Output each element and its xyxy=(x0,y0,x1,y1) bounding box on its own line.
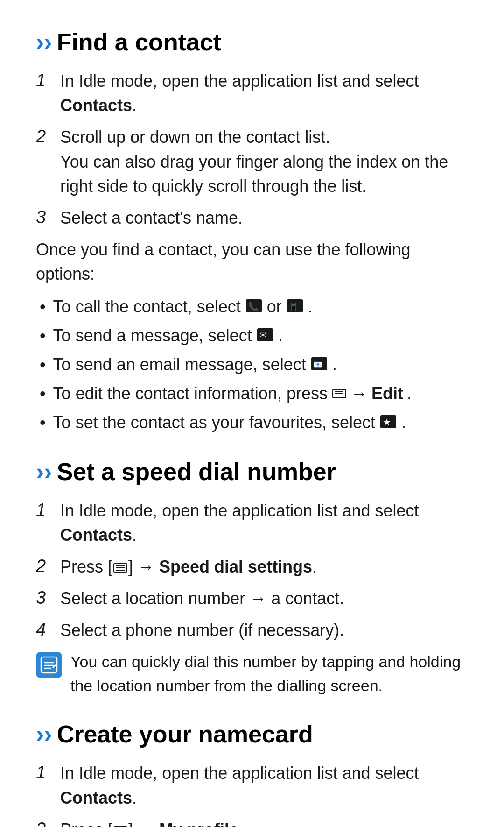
section-speed-dial: ›› Set a speed dial number 1 In Idle mod… xyxy=(36,458,468,698)
step-text-3-2: Press [] → My profile. xyxy=(60,818,468,827)
step-text-1-3: Select a contact's name. xyxy=(60,206,468,230)
section-title-text-2: Set a speed dial number xyxy=(57,458,336,486)
message-icon: ✉ xyxy=(257,323,273,348)
step-text-2-1: In Idle mode, open the application list … xyxy=(60,499,468,547)
section-title-text-1: Find a contact xyxy=(57,28,221,56)
star-icon: ★ xyxy=(380,410,396,435)
bullet-item-call: To call the contact, select 📞 or 📱 . xyxy=(40,294,468,319)
step-number-1-2: 2 xyxy=(36,125,60,148)
step-text-1-1: In Idle mode, open the application list … xyxy=(60,69,468,118)
note-box-speed-dial: You can quickly dial this number by tapp… xyxy=(36,650,468,698)
section-title-namecard: ›› Create your namecard xyxy=(36,720,468,748)
phone2-icon: 📱 xyxy=(287,294,303,319)
step-number-3-1: 1 xyxy=(36,761,60,784)
chevron-icon-3: ›› xyxy=(36,720,52,748)
step-text-2-2: Press [] → Speed dial settings. xyxy=(60,555,468,579)
section-title-speed-dial: ›› Set a speed dial number xyxy=(36,458,468,486)
step-text-2-4: Select a phone number (if necessary). xyxy=(60,618,468,643)
email-icon: 📧 xyxy=(311,352,327,377)
step-1-3: 3 Select a contact's name. xyxy=(36,206,468,230)
phone-icon: 📞 xyxy=(246,294,262,319)
svg-text:📱: 📱 xyxy=(289,302,298,311)
section-title-find-contact: ›› Find a contact xyxy=(36,28,468,56)
bullet-list-find-contact: To call the contact, select 📞 or 📱 . To … xyxy=(40,294,468,435)
note-pencil-svg xyxy=(40,656,58,674)
section-create-namecard: ›› Create your namecard 1 In Idle mode, … xyxy=(36,720,468,827)
bullet-item-message: To send a message, select ✉ . xyxy=(40,323,468,348)
note-text-speed-dial: You can quickly dial this number by tapp… xyxy=(70,650,468,698)
step-1-2: 2 Scroll up or down on the contact list.… xyxy=(36,125,468,198)
step-1-1: 1 In Idle mode, open the application lis… xyxy=(36,69,468,118)
step-number-2-1: 1 xyxy=(36,499,60,522)
bullet-item-edit: To edit the contact information, press →… xyxy=(40,381,468,406)
step-number-3-2: 2 xyxy=(36,818,60,827)
svg-text:📞: 📞 xyxy=(248,302,259,312)
menu-lines-icon-1 xyxy=(332,389,346,398)
step-text-2-3: Select a location number → a contact. xyxy=(60,587,468,611)
step-2-4: 4 Select a phone number (if necessary). xyxy=(36,618,468,643)
step-2-1: 1 In Idle mode, open the application lis… xyxy=(36,499,468,547)
section-find-contact: ›› Find a contact 1 In Idle mode, open t… xyxy=(36,28,468,435)
step-text-3-1: In Idle mode, open the application list … xyxy=(60,761,468,810)
step-number-2-3: 3 xyxy=(36,587,60,609)
note-icon xyxy=(36,652,62,678)
chevron-icon-2: ›› xyxy=(36,458,52,486)
step-text-1-2: Scroll up or down on the contact list. Y… xyxy=(60,125,468,198)
step-2-3: 3 Select a location number → a contact. xyxy=(36,587,468,611)
svg-text:★: ★ xyxy=(383,417,391,427)
step-3-1: 1 In Idle mode, open the application lis… xyxy=(36,761,468,810)
bullet-item-email: To send an email message, select 📧 . xyxy=(40,352,468,377)
step-number-1-1: 1 xyxy=(36,69,60,92)
once-text: Once you find a contact, you can use the… xyxy=(36,238,468,286)
step-number-2-2: 2 xyxy=(36,555,60,578)
step-number-2-4: 4 xyxy=(36,618,60,641)
bullet-item-favourites: To set the contact as your favourites, s… xyxy=(40,410,468,435)
step-3-2: 2 Press [] → My profile. xyxy=(36,818,468,827)
step-2-2: 2 Press [] → Speed dial settings. xyxy=(36,555,468,579)
svg-text:✉: ✉ xyxy=(259,331,266,340)
svg-text:📧: 📧 xyxy=(313,360,322,369)
chevron-icon-1: ›› xyxy=(36,28,52,56)
step-number-1-3: 3 xyxy=(36,206,60,229)
menu-lines-icon-2 xyxy=(113,563,127,573)
section-title-text-3: Create your namecard xyxy=(57,720,313,748)
